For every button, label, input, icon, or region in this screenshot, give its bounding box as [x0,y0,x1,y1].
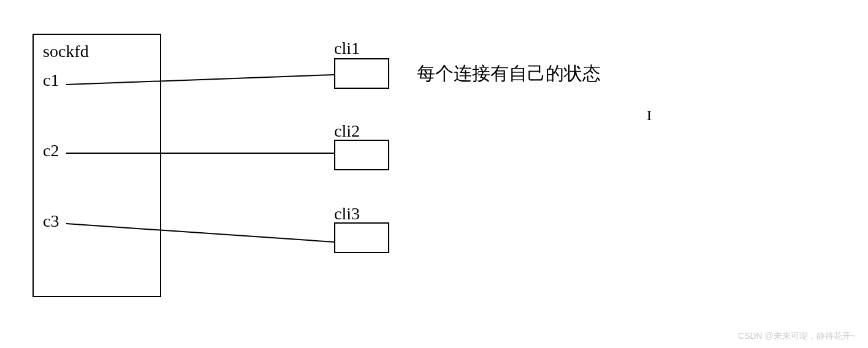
sockfd-item-c2: c2 [43,141,59,161]
client-label-3: cli3 [334,204,360,224]
client-box-1 [334,58,389,89]
client-box-2 [334,140,389,170]
client-box-3 [334,222,389,253]
watermark-text: CSDN @未来可期，静待花开~ [738,331,856,342]
text-cursor-icon: I [647,107,652,124]
sockfd-item-c1: c1 [43,70,59,90]
diagram-description: 每个连接有自己的状态 [417,61,601,86]
sockfd-item-c3: c3 [43,211,59,231]
diagram-container: sockfd c1 c2 c3 cli1 cli2 cli3 每个连接有自己的状… [0,0,868,348]
sockfd-title: sockfd [43,42,89,61]
client-label-1: cli1 [334,39,360,58]
client-label-2: cli2 [334,121,360,141]
